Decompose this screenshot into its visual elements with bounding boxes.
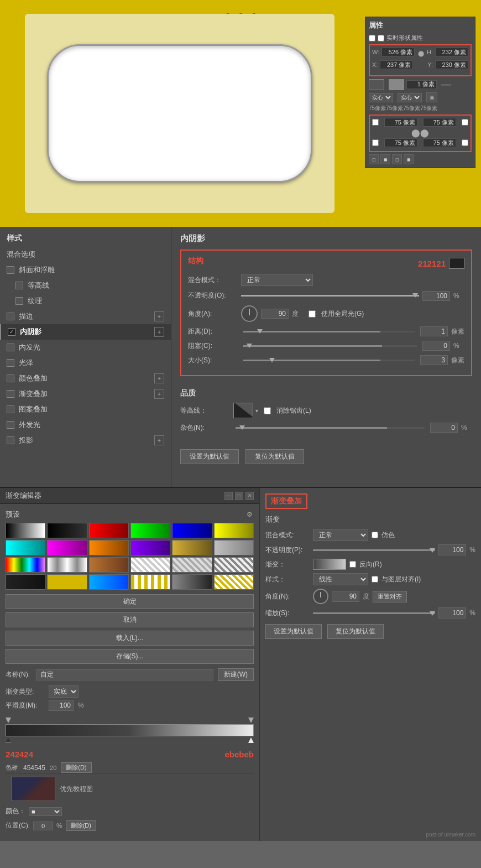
sidebar-item-gradient-overlay[interactable]: 渐变叠加 + <box>0 386 171 402</box>
blend-mode-select[interactable]: 正常 <box>241 274 313 286</box>
sidebar-item-contour[interactable]: 等高线 <box>0 278 171 293</box>
cancel-button[interactable]: 取消 <box>6 612 254 627</box>
color-stop-right[interactable] <box>248 737 254 743</box>
swatch-stripe-y[interactable] <box>130 574 170 590</box>
pos-input[interactable] <box>33 822 53 830</box>
sidebar-item-outer-glow[interactable]: 外发光 <box>0 417 171 433</box>
overlay-angle-input[interactable] <box>332 591 359 602</box>
swatch-orange[interactable] <box>89 540 129 555</box>
reset-default-button[interactable]: 复位为默认值 <box>245 449 304 464</box>
global-light-checkbox[interactable] <box>309 310 316 318</box>
corner-icon-3[interactable]: ◻ <box>392 154 402 164</box>
color-box-select[interactable]: ■ <box>29 807 62 816</box>
align-checkbox[interactable] <box>372 576 378 583</box>
swatch-magenta[interactable] <box>47 540 87 555</box>
x-input[interactable] <box>380 60 413 69</box>
p-check4[interactable] <box>462 139 468 146</box>
corner-icon-1[interactable]: ◻ <box>369 154 379 164</box>
swatch-red[interactable] <box>89 523 129 538</box>
opacity-stop-right[interactable] <box>248 718 254 723</box>
sidebar-item-bevel[interactable]: 斜面和浮雕 <box>0 262 171 278</box>
overlay-scale-slider[interactable] <box>313 612 435 614</box>
gradient-overlay-checkbox[interactable] <box>7 390 14 398</box>
sidebar-item-inner-shadow[interactable]: 内阴影 + <box>0 324 171 340</box>
stroke-input[interactable] <box>406 80 437 89</box>
contour-dropdown-icon[interactable]: ▾ <box>255 408 258 414</box>
stroke-checkbox[interactable] <box>7 313 14 320</box>
new-button[interactable]: 新建(W) <box>218 668 254 681</box>
swatch-silver[interactable] <box>214 540 254 555</box>
satin-checkbox[interactable] <box>7 359 14 367</box>
color-overlay-checkbox[interactable] <box>7 375 14 382</box>
corner-icon-2[interactable]: ◼ <box>380 154 390 164</box>
contour-checkbox[interactable] <box>15 282 23 289</box>
p1-input[interactable] <box>384 118 417 127</box>
swatch-bw[interactable] <box>6 523 45 538</box>
swatch-strip2[interactable] <box>172 557 212 573</box>
sidebar-item-stroke[interactable]: 描边 + <box>0 309 171 324</box>
bevel-checkbox[interactable] <box>7 266 14 274</box>
color-stop-left[interactable] <box>6 737 11 743</box>
anti-alias-checkbox[interactable] <box>264 407 271 414</box>
swatch-yellow[interactable] <box>214 523 254 538</box>
p-check1[interactable] <box>372 119 379 126</box>
noise-slider[interactable] <box>236 427 425 429</box>
p-check3[interactable] <box>372 139 379 146</box>
overlay-opacity-slider[interactable] <box>313 549 435 551</box>
confirm-button[interactable]: 确定 <box>6 594 254 609</box>
swatch-chrome[interactable] <box>47 557 87 573</box>
swatch-rainbow[interactable] <box>6 557 45 573</box>
color-overlay-add-icon[interactable]: + <box>154 373 164 383</box>
choke-input[interactable] <box>422 341 450 351</box>
name-input[interactable] <box>36 669 213 680</box>
p3-input[interactable] <box>384 138 417 147</box>
dither-checkbox[interactable] <box>372 532 378 538</box>
sidebar-item-texture[interactable]: 纹理 <box>0 293 171 309</box>
swatch-purple[interactable] <box>130 540 170 555</box>
overlay-opacity-input[interactable] <box>438 544 466 555</box>
save-button[interactable]: 存储(S)... <box>6 649 254 664</box>
sidebar-item-satin[interactable]: 光泽 <box>0 355 171 371</box>
choke-slider[interactable] <box>243 345 417 347</box>
swatch-gold[interactable] <box>172 540 212 555</box>
swatch-blue[interactable] <box>172 523 212 538</box>
stroke-type-select[interactable]: 实心 <box>398 93 422 102</box>
reverse-checkbox[interactable] <box>349 561 356 568</box>
drop-shadow-checkbox[interactable] <box>7 436 14 444</box>
overlay-blend-select[interactable]: 正常 <box>313 529 368 541</box>
angle-dial[interactable] <box>241 305 258 322</box>
texture-checkbox[interactable] <box>15 297 23 305</box>
swatch-green[interactable] <box>130 523 170 538</box>
swatch-blue2[interactable] <box>89 574 129 590</box>
gear-icon[interactable]: ⚙ <box>245 510 254 519</box>
stroke-color-box[interactable] <box>389 79 404 90</box>
type-select[interactable]: 实底 <box>49 685 79 698</box>
p-check2[interactable] <box>462 119 468 126</box>
overlay-scale-input[interactable] <box>438 607 466 618</box>
stroke-add-icon[interactable]: + <box>154 311 164 321</box>
gradient-preview-box[interactable] <box>313 559 346 570</box>
realtime-checkbox[interactable] <box>369 35 375 41</box>
gradient-overlay-add-icon[interactable]: + <box>154 389 164 399</box>
sidebar-item-blending[interactable]: 混合选项 <box>0 247 171 262</box>
outer-glow-checkbox[interactable] <box>7 421 14 429</box>
options-icon[interactable]: ▣ <box>426 92 437 102</box>
close-button[interactable]: ✕ <box>245 492 254 500</box>
del-button[interactable]: 删除(D) <box>66 820 96 831</box>
contour-preview[interactable] <box>233 403 253 418</box>
inner-shadow-checkbox[interactable] <box>8 328 15 336</box>
overlay-reset-default-button[interactable]: 复位为默认值 <box>327 624 384 639</box>
h-input[interactable] <box>435 48 468 56</box>
reset-align-button[interactable]: 重置对齐 <box>373 591 407 602</box>
sidebar-item-inner-glow[interactable]: 内发光 <box>0 340 171 355</box>
p2-input[interactable] <box>423 118 456 127</box>
smooth-input[interactable] <box>49 700 74 711</box>
drop-shadow-add-icon[interactable]: + <box>154 435 164 445</box>
swatch-black[interactable] <box>47 523 87 538</box>
color-delete-button[interactable]: 删除(D) <box>61 762 91 773</box>
corner-icon-4[interactable]: ◼ <box>404 154 414 164</box>
sidebar-item-color-overlay[interactable]: 颜色叠加 + <box>0 371 171 386</box>
swatch-copper[interactable] <box>89 557 129 573</box>
restore-button[interactable]: □ <box>235 492 243 500</box>
swatch-diag[interactable] <box>214 574 254 590</box>
